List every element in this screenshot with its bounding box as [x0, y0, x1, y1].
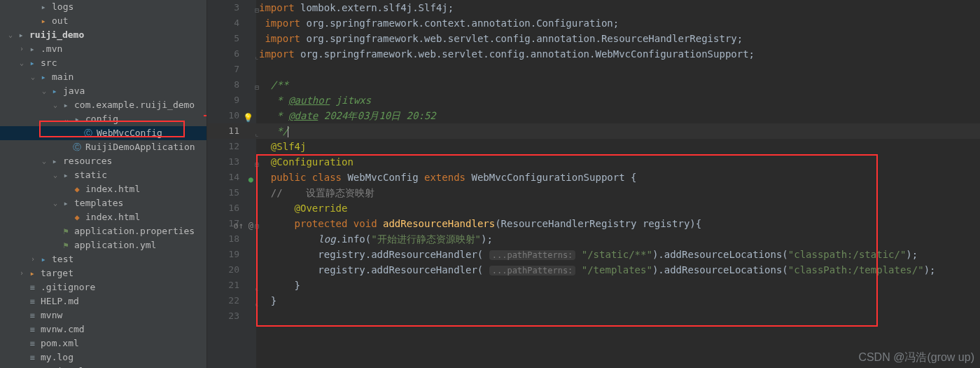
tree-item-webmvcconfig[interactable]: ⒸWebMvcConfig [0, 126, 206, 140]
tree-item-logs[interactable]: ▸logs [0, 0, 206, 14]
file-icon: ≡ [27, 310, 38, 321]
tree-item--mvn[interactable]: ›▸.mvn [0, 42, 206, 56]
tree-item-application-properties[interactable]: ⚑application.properties [0, 224, 206, 238]
tree-item-mvnw-cmd[interactable]: ≡mvnw.cmd [0, 322, 206, 336]
tree-item-ruijidemoapplication[interactable]: ⒸRuijiDemoApplication [0, 140, 206, 154]
tree-item--gitignore[interactable]: ≡.gitignore [0, 280, 206, 294]
tree-item-main[interactable]: ⌄▸main [0, 70, 206, 84]
tree-item-label: spring.log [41, 364, 95, 368]
tree-item-label: test [52, 252, 74, 266]
java-class-icon: Ⓒ [83, 128, 94, 139]
tree-item-templates[interactable]: ⌄▸templates [0, 196, 206, 210]
tree-item-src[interactable]: ⌄▸src [0, 56, 206, 70]
gutter-line-6[interactable]: 6 [207, 46, 256, 62]
html-icon: ◆ [71, 212, 83, 223]
code-editor[interactable]: 345678910💡11121314●151617o↑@181920212223… [207, 0, 980, 368]
tree-item-label: pom.xml [41, 336, 79, 350]
inlay-hint: ...pathPatterns: [489, 250, 576, 260]
folder-blue-icon: ▸ [27, 57, 38, 69]
tree-item-application-yml[interactable]: ⚑application.yml [0, 238, 206, 252]
gutter-line-5[interactable]: 5 [207, 31, 256, 46]
text-caret [288, 126, 288, 137]
gutter-line-22[interactable]: 22 [207, 293, 256, 308]
chevron-icon[interactable]: ⌄ [50, 168, 60, 182]
gutter-line-15[interactable]: 15 [207, 185, 256, 200]
file-icon: ≡ [27, 338, 38, 349]
tree-item-config[interactable]: ⌄▸config [0, 112, 206, 126]
tree-item-mvnw[interactable]: ≡mvnw [0, 308, 206, 322]
chevron-icon[interactable]: ⌄ [62, 112, 71, 126]
file-icon: ≡ [27, 282, 38, 293]
tree-item-target[interactable]: ›▸target [0, 266, 206, 280]
tree-item-label: main [52, 70, 74, 84]
file-icon: ≡ [27, 296, 38, 307]
gutter-line-23[interactable]: 23 [207, 308, 256, 324]
gutter-line-17[interactable]: 17o↑@ [207, 216, 256, 231]
gutter-line-4[interactable]: 4 [207, 15, 256, 31]
yml-icon: ⚑ [60, 226, 71, 237]
folder-icon: ▸ [49, 156, 60, 167]
tree-item-resources[interactable]: ⌄▸resources [0, 154, 206, 168]
tree-item-label: com.example.ruiji_demo [74, 98, 195, 112]
chevron-icon[interactable]: › [17, 266, 27, 280]
chevron-icon[interactable]: › [28, 252, 38, 266]
gutter-line-12[interactable]: 12 [207, 139, 256, 154]
java-class-icon: Ⓒ [71, 142, 83, 153]
tree-item-my-log[interactable]: ≡my.log [0, 350, 206, 364]
tree-item-help-md[interactable]: ≡HELP.md [0, 294, 206, 308]
tree-item-index-html[interactable]: ◆index.html [0, 210, 206, 224]
gutter-line-10[interactable]: 10💡 [207, 108, 256, 123]
tree-item-label: logs [52, 0, 74, 14]
chevron-icon[interactable]: › [17, 42, 27, 56]
tree-item-com-example-ruiji-demo[interactable]: ⌄▸com.example.ruiji_demo [0, 98, 206, 112]
gutter-line-8[interactable]: 8 [207, 77, 256, 93]
chevron-icon[interactable]: ⌄ [28, 70, 38, 84]
gutter-line-13[interactable]: 13 [207, 154, 256, 170]
folder-orange-icon: ▸ [27, 268, 38, 279]
gutter-line-3[interactable]: 3 [207, 0, 256, 15]
gutter-line-14[interactable]: 14● [207, 170, 256, 185]
tree-item-label: index.html [85, 210, 140, 224]
chevron-icon[interactable]: ⌄ [39, 84, 49, 98]
tree-item-label: RuijiDemoApplication [85, 140, 195, 154]
gutter-line-19[interactable]: 19 [207, 247, 256, 262]
tree-item-ruiji-demo[interactable]: ⌄▸ruiji_demo [0, 28, 206, 42]
tree-item-label: my.log [41, 350, 74, 364]
file-icon: ≡ [27, 324, 38, 335]
watermark-text: CSDN @冯浩(grow up) [858, 350, 974, 365]
tree-item-label: out [52, 14, 68, 28]
folder-blue-icon: ▸ [38, 71, 49, 83]
folder-icon: ▸ [60, 100, 71, 111]
folder-blue-icon: ▸ [49, 86, 60, 97]
folder-icon: ▸ [71, 114, 83, 125]
gutter-line-7[interactable]: 7 [207, 62, 256, 77]
chevron-icon[interactable]: ⌄ [50, 196, 60, 210]
tree-item-java[interactable]: ⌄▸java [0, 84, 206, 98]
chevron-icon[interactable]: ⌄ [6, 28, 15, 42]
gutter-line-16[interactable]: 16 [207, 200, 256, 216]
tree-item-index-html[interactable]: ◆index.html [0, 182, 206, 196]
tree-item-label: target [41, 266, 74, 280]
tree-item-pom-xml[interactable]: ≡pom.xml [0, 336, 206, 350]
chevron-icon[interactable]: ⌄ [39, 154, 49, 168]
editor-code-area[interactable]: ⊟import lombok.extern.slf4j.Slf4j; impor… [256, 0, 980, 368]
gutter-line-18[interactable]: 18 [207, 231, 256, 247]
tree-item-spring-log[interactable]: ≡spring.log [0, 364, 206, 368]
gutter-line-11[interactable]: 11 [207, 123, 256, 139]
tree-item-static[interactable]: ⌄▸static [0, 168, 206, 182]
gutter-line-20[interactable]: 20 [207, 262, 256, 278]
gutter-line-9[interactable]: 9 [207, 93, 256, 108]
chevron-icon[interactable]: ⌄ [50, 98, 60, 112]
folder-orange-icon: ▸ [38, 15, 49, 27]
folder-icon: ▸ [15, 29, 27, 41]
kw-import: import [259, 2, 300, 13]
chevron-icon[interactable]: ⌄ [17, 56, 27, 70]
tree-item-label: config [85, 112, 118, 126]
folder-icon: ▸ [38, 1, 49, 13]
tree-item-label: mvnw [41, 308, 62, 322]
tree-item-out[interactable]: ▸out [0, 14, 206, 28]
tree-item-test[interactable]: ›▸test [0, 252, 206, 266]
folder-blue-icon: ▸ [38, 254, 49, 265]
tree-item-label: application.properties [74, 224, 195, 238]
gutter-line-21[interactable]: 21 [207, 278, 256, 293]
